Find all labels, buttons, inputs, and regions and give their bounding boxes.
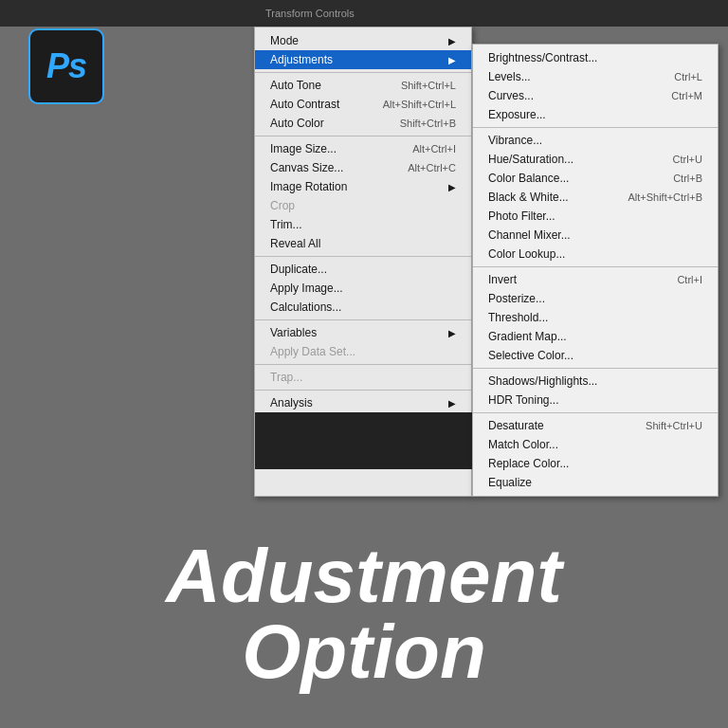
menu-item-analysis-label: Analysis <box>270 396 313 410</box>
submenu-match-color-label: Match Color... <box>488 438 558 451</box>
submenu-hue-saturation[interactable]: Hue/Saturation... Ctrl+U <box>473 150 718 169</box>
submenu-replace-color-label: Replace Color... <box>488 457 569 470</box>
menu-item-trap: Trap... <box>255 368 471 387</box>
submenu-color-balance-label: Color Balance... <box>488 172 569 185</box>
menu-item-mode-label: Mode <box>270 34 299 47</box>
menu-item-analysis[interactable]: Analysis ▶ <box>255 393 471 412</box>
menu-item-apply-image-label: Apply Image... <box>270 282 343 295</box>
menu-item-auto-color[interactable]: Auto Color Shift+Ctrl+B <box>255 114 471 133</box>
menu-item-variables-label: Variables <box>270 326 317 339</box>
menu-item-mode-arrow: ▶ <box>448 36 456 46</box>
separator-2 <box>255 136 471 136</box>
menu-item-image-size-shortcut: Alt+Ctrl+I <box>412 143 456 155</box>
menu-item-apply-data-set-label: Apply Data Set... <box>270 345 355 358</box>
submenu-curves[interactable]: Curves... Ctrl+M <box>473 86 718 105</box>
menu-item-trap-label: Trap... <box>270 371 302 384</box>
ps-logo-text: Ps <box>46 46 86 86</box>
menu-item-auto-tone-label: Auto Tone <box>270 79 321 92</box>
submenu-invert-shortcut: Ctrl+I <box>677 274 702 285</box>
separator-4 <box>255 319 471 320</box>
submenu-threshold-label: Threshold... <box>488 311 548 324</box>
title-line1: Adustment <box>0 538 728 614</box>
menu-dark-footer <box>255 412 473 469</box>
menu-item-duplicate-label: Duplicate... <box>270 263 327 276</box>
menu-item-reveal-all[interactable]: Reveal All <box>255 234 471 253</box>
sub-separator-1 <box>473 127 718 128</box>
submenu-vibrance[interactable]: Vibrance... <box>473 131 718 150</box>
menu-item-apply-image[interactable]: Apply Image... <box>255 279 471 298</box>
submenu-black-white-label: Black & White... <box>488 191 569 204</box>
submenu-hue-saturation-shortcut: Ctrl+U <box>673 154 702 165</box>
submenu-brightness-contrast-label: Brightness/Contrast... <box>488 51 597 64</box>
menu-item-adjustments-arrow: ▶ <box>448 55 456 65</box>
menu-item-auto-contrast[interactable]: Auto Contrast Alt+Shift+Ctrl+L <box>255 95 471 114</box>
submenu-posterize[interactable]: Posterize... <box>473 289 718 308</box>
menu-item-trim-label: Trim... <box>270 218 302 231</box>
submenu-match-color[interactable]: Match Color... <box>473 435 718 454</box>
separator-1 <box>255 72 471 73</box>
menu-item-mode[interactable]: Mode ▶ <box>255 31 471 50</box>
submenu-curves-label: Curves... <box>488 89 534 102</box>
separator-6 <box>255 390 471 391</box>
photoshop-logo: Ps <box>28 28 104 104</box>
menu-item-adjustments-label: Adjustments <box>270 53 333 66</box>
menu-item-crop: Crop <box>255 196 471 215</box>
menu-container: Mode ▶ Adjustments ▶ Auto Tone Shift+Ctr… <box>254 27 719 497</box>
menu-item-adjustments[interactable]: Adjustments ▶ <box>255 50 471 69</box>
menu-item-canvas-size[interactable]: Canvas Size... Alt+Ctrl+C <box>255 158 471 177</box>
submenu-desaturate[interactable]: Desaturate Shift+Ctrl+U <box>473 416 718 435</box>
submenu-color-lookup-label: Color Lookup... <box>488 247 565 261</box>
submenu-color-lookup[interactable]: Color Lookup... <box>473 245 718 264</box>
sub-separator-2 <box>473 266 718 267</box>
submenu-replace-color[interactable]: Replace Color... <box>473 454 718 473</box>
menu-item-variables[interactable]: Variables ▶ <box>255 323 471 342</box>
top-toolbar: Transform Controls <box>0 0 728 27</box>
page-title: Adustment Option <box>0 538 728 690</box>
toolbar-label: Transform Controls <box>265 8 355 19</box>
submenu-channel-mixer[interactable]: Channel Mixer... <box>473 226 718 245</box>
submenu-curves-shortcut: Ctrl+M <box>671 90 702 101</box>
menu-item-image-size[interactable]: Image Size... Alt+Ctrl+I <box>255 139 471 158</box>
menu-item-auto-contrast-shortcut: Alt+Shift+Ctrl+L <box>383 99 456 110</box>
sub-separator-3 <box>473 368 718 369</box>
menu-item-auto-tone[interactable]: Auto Tone Shift+Ctrl+L <box>255 76 471 95</box>
sub-separator-4 <box>473 412 718 413</box>
submenu-levels-label: Levels... <box>488 70 531 83</box>
menu-item-image-rotation[interactable]: Image Rotation ▶ <box>255 177 471 196</box>
menu-item-calculations[interactable]: Calculations... <box>255 298 471 317</box>
submenu-desaturate-shortcut: Shift+Ctrl+U <box>646 420 702 431</box>
submenu-channel-mixer-label: Channel Mixer... <box>488 228 571 242</box>
submenu-posterize-label: Posterize... <box>488 292 545 305</box>
submenu-selective-color[interactable]: Selective Color... <box>473 346 718 365</box>
submenu-photo-filter[interactable]: Photo Filter... <box>473 207 718 226</box>
title-line2: Option <box>0 614 728 690</box>
submenu-selective-color-label: Selective Color... <box>488 349 573 362</box>
submenu-shadows-highlights-label: Shadows/Highlights... <box>488 374 597 388</box>
submenu-brightness-contrast[interactable]: Brightness/Contrast... <box>473 48 718 67</box>
menu-item-calculations-label: Calculations... <box>270 300 341 314</box>
submenu-equalize[interactable]: Equalize <box>473 473 718 492</box>
menu-item-trim[interactable]: Trim... <box>255 215 471 234</box>
submenu-gradient-map[interactable]: Gradient Map... <box>473 327 718 346</box>
submenu-shadows-highlights[interactable]: Shadows/Highlights... <box>473 372 718 391</box>
submenu-gradient-map-label: Gradient Map... <box>488 330 567 343</box>
submenu-black-white[interactable]: Black & White... Alt+Shift+Ctrl+B <box>473 188 718 207</box>
adjustments-submenu: Brightness/Contrast... Levels... Ctrl+L … <box>472 44 719 497</box>
menu-item-canvas-size-label: Canvas Size... <box>270 161 343 174</box>
submenu-levels-shortcut: Ctrl+L <box>674 71 702 82</box>
submenu-invert-label: Invert <box>488 273 517 286</box>
submenu-color-balance[interactable]: Color Balance... Ctrl+B <box>473 169 718 188</box>
menu-item-duplicate[interactable]: Duplicate... <box>255 260 471 279</box>
submenu-desaturate-label: Desaturate <box>488 419 544 432</box>
submenu-levels[interactable]: Levels... Ctrl+L <box>473 67 718 86</box>
menu-item-analysis-arrow: ▶ <box>448 398 456 409</box>
submenu-hdr-toning[interactable]: HDR Toning... <box>473 391 718 410</box>
submenu-invert[interactable]: Invert Ctrl+I <box>473 270 718 289</box>
submenu-threshold[interactable]: Threshold... <box>473 308 718 327</box>
submenu-color-balance-shortcut: Ctrl+B <box>673 173 702 184</box>
separator-3 <box>255 256 471 257</box>
menu-item-auto-color-label: Auto Color <box>270 117 324 130</box>
submenu-exposure[interactable]: Exposure... <box>473 105 718 124</box>
menu-item-reveal-all-label: Reveal All <box>270 237 320 250</box>
menu-item-auto-tone-shortcut: Shift+Ctrl+L <box>401 80 456 91</box>
